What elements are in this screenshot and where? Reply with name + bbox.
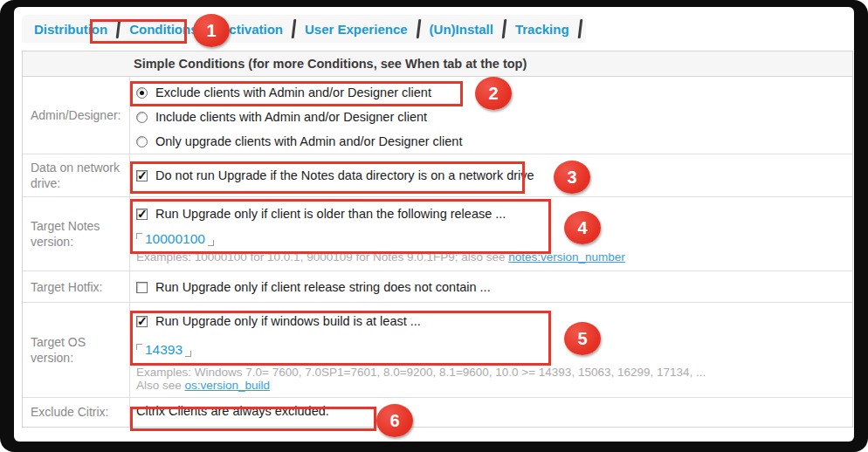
tab-separator (577, 19, 582, 38)
example-text: Examples: 10000100 for 10.0.1, 9000109 f… (136, 250, 508, 264)
annotation-circle-4: 4 (564, 211, 601, 244)
os-version-field-line: 14393 (136, 339, 847, 361)
row-label: Target Notes version: (23, 197, 130, 271)
tab-uninstall[interactable]: (Un)Install (421, 17, 502, 41)
radio-label: Exclude clients with Admin and/or Design… (155, 86, 431, 99)
tab-bar: Distribution Conditions Activation User … (22, 15, 586, 43)
annotation-circle-2: 2 (475, 77, 512, 110)
radio-button-icon[interactable] (136, 112, 148, 123)
notes-version-field-line: 10000100 (136, 228, 847, 250)
checkbox-label: Do not run Upgrade if the Notes data dir… (155, 168, 534, 182)
tab-tracking[interactable]: Tracking (506, 17, 578, 41)
os-version-field[interactable]: 14393 (145, 342, 183, 358)
checkbox-icon[interactable] (136, 316, 148, 327)
checkbox-label: Run Upgrade only if client is older than… (155, 207, 506, 221)
notes-version-field[interactable]: 10000100 (145, 231, 205, 247)
notes-version-number-link[interactable]: notes:version_number (508, 250, 625, 264)
annotation-circle-6: 6 (376, 404, 413, 437)
citrix-static-text: Citrix Clients are always excluded. (136, 404, 329, 418)
row-network-drive: Data on network drive: Do not run Upgrad… (23, 154, 852, 197)
field-end-delimiter-icon (185, 351, 191, 357)
annotation-circle-5: 5 (564, 322, 601, 355)
tab-user-experience[interactable]: User Experience (296, 17, 417, 41)
row-label: Target OS version: (23, 303, 130, 397)
radio-label: Only upgrade clients with Admin and/or D… (155, 134, 462, 148)
checkbox-icon[interactable] (136, 282, 148, 293)
radio-button-icon[interactable] (136, 136, 148, 147)
row-exclude-citrix: Exclude Citrix: Citrix Clients are alway… (23, 398, 852, 427)
conditions-table: Simple Conditions (for more Conditions, … (22, 51, 853, 428)
checkbox-hotfix[interactable]: Run Upgrade only if client release strin… (136, 276, 847, 298)
radio-button-icon[interactable] (136, 87, 148, 99)
field-start-delimiter-icon (136, 344, 142, 350)
annotation-circle-1: 1 (193, 14, 230, 47)
checkbox-icon[interactable] (136, 209, 148, 220)
tab-distribution[interactable]: Distribution (25, 17, 116, 41)
os-version-examples: Examples: Windows 7.0= 7600, 7.0SP1=7601… (136, 366, 847, 379)
screenshot-frame: Distribution Conditions Activation User … (0, 0, 868, 452)
radio-only-upgrade-admin[interactable]: Only upgrade clients with Admin and/or D… (136, 129, 847, 154)
row-label: Data on network drive: (23, 154, 130, 196)
checkbox-windows-build[interactable]: Run Upgrade only if windows build is at … (136, 311, 847, 332)
notes-version-examples: Examples: 10000100 for 10.0.1, 9000109 f… (136, 250, 847, 264)
row-label: Target Hotfix: (23, 271, 130, 302)
row-label: Admin/Designer: (23, 77, 130, 154)
checkbox-icon[interactable] (136, 170, 148, 181)
field-end-delimiter-icon (208, 240, 214, 246)
field-start-delimiter-icon (136, 233, 142, 239)
row-label: Exclude Citrix: (23, 398, 130, 427)
app-window: Distribution Conditions Activation User … (14, 7, 854, 442)
row-target-os-version: Target OS version: Run Upgrade only if w… (23, 303, 852, 398)
example-text: Also see (136, 379, 185, 392)
os-version-build-link[interactable]: os:version_build (185, 379, 271, 392)
row-target-hotfix: Target Hotfix: Run Upgrade only if clien… (23, 271, 852, 303)
row-admin-designer: Admin/Designer: Exclude clients with Adm… (23, 77, 852, 154)
table-header: Simple Conditions (for more Conditions, … (23, 51, 852, 77)
annotation-circle-3: 3 (554, 161, 590, 194)
checkbox-notes-release[interactable]: Run Upgrade only if client is older than… (136, 203, 847, 224)
checkbox-label: Run Upgrade only if client release strin… (155, 280, 491, 294)
checkbox-no-network-drive[interactable]: Do not run Upgrade if the Notes data dir… (136, 164, 847, 187)
checkbox-label: Run Upgrade only if windows build is at … (155, 314, 421, 328)
radio-label: Include clients with Admin and/or Design… (155, 110, 427, 124)
os-version-also-see: Also see os:version_build (136, 379, 847, 392)
row-target-notes-version: Target Notes version: Run Upgrade only i… (23, 197, 852, 271)
